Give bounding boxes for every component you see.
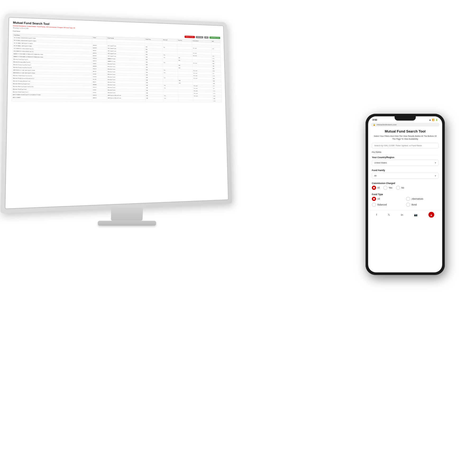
table-cell: N/A [145, 94, 163, 97]
phone-country-label: Your Country/Region [372, 156, 438, 159]
table-cell: GSCIX [92, 91, 107, 94]
commission-no-option[interactable]: No [396, 186, 404, 190]
phone-country-value: United States [374, 162, 387, 164]
phone-status-icons: ▲ 📶 🔋 [429, 119, 438, 121]
facebook-icon[interactable]: f [376, 213, 377, 216]
table-cell [178, 87, 193, 89]
fund-type-alternatives[interactable]: Alternatives [406, 197, 438, 201]
table-cell: N/A [212, 80, 221, 82]
commission-all-option[interactable]: All [372, 186, 380, 190]
table-cell: DWLJX [92, 94, 107, 97]
fund-type-balanced-label: Balanced [377, 203, 387, 206]
table-cell: 1.75 [213, 100, 222, 102]
monitor-body: Mutual Fund Search Tool Investor Residen… [1, 13, 232, 213]
commission-yes-option[interactable]: Yes [383, 186, 392, 190]
fund-type-balanced-radio[interactable] [372, 203, 376, 207]
table-cell: N/A [145, 92, 163, 94]
table-cell: 0.75 [212, 92, 222, 95]
fund-table: Fund Name Ticker Fund Family Trade Freq … [11, 34, 222, 103]
table-cell: 0.9 [212, 87, 222, 90]
table-cell: MQYX [92, 81, 107, 84]
phone-filters-label: FILTERS [372, 151, 438, 153]
phone-url-bar[interactable]: 🔒 interactivebrokers.com [371, 123, 440, 127]
phone-body: 3:52 ▲ 📶 🔋 🔒 interactivebrokers.com Mutu… [366, 114, 445, 275]
phone-fund-type-label: Fund Type [372, 193, 438, 196]
phone-url: interactivebrokers.com [377, 123, 396, 126]
fund-type-bond-radio[interactable] [406, 203, 410, 207]
phone-notch [395, 116, 416, 121]
commission-all-label: All [377, 186, 380, 189]
phone-fund-family-select[interactable]: All ▾ [372, 173, 438, 179]
table-cell: Yes [163, 97, 178, 100]
table-cell [163, 92, 178, 94]
sort-button[interactable]: Sort Order [196, 36, 203, 38]
instagram-icon[interactable]: 📷 [414, 213, 418, 217]
table-cell [163, 99, 178, 102]
phone-screen: 3:52 ▲ 📶 🔋 🔒 interactivebrokers.com Mutu… [368, 116, 442, 272]
table-cell [12, 99, 92, 102]
chevron-down-icon-2: ▾ [435, 174, 436, 177]
download-button[interactable]: Download to XLS [209, 36, 220, 39]
table-cell: GGLJX [92, 86, 107, 89]
monitor-screen: Mutual Fund Search Tool Investor Residen… [5, 17, 229, 209]
phone-main-title: Mutual Fund Search Tool [372, 129, 438, 133]
commission-yes-radio[interactable] [383, 186, 387, 190]
table-cell: 0.93 [212, 95, 222, 97]
phone-search-input[interactable] [372, 143, 438, 148]
fund-type-bond-label: Bond [412, 203, 417, 206]
table-cell [178, 100, 193, 102]
table-cell: No Load [193, 95, 213, 97]
table-cell: N/A [145, 86, 163, 89]
screen-content: Mutual Fund Search Tool Investor Residen… [7, 18, 225, 106]
fund-type-all-radio[interactable] [372, 197, 376, 201]
phone-content: Mutual Fund Search Tool Select Your Filt… [368, 127, 442, 209]
table-cell [145, 99, 163, 102]
table-cell: 0.9 [212, 85, 221, 87]
fund-type-bond[interactable]: Bond [406, 203, 438, 207]
table-cell: Yes [163, 87, 178, 89]
mobile-phone: 3:52 ▲ 📶 🔋 🔒 interactivebrokers.com Mutu… [366, 114, 447, 278]
linkedin-icon[interactable]: in [401, 213, 403, 216]
table-cell: ABRVX [92, 97, 107, 99]
scroll-to-top-button[interactable]: ▲ [428, 212, 434, 218]
phone-bottom-bar: f 𝕏 in 📷 ▲ [368, 210, 442, 219]
table-cell: N/A [213, 97, 222, 100]
phone-commission-radio-group: All Yes No [372, 186, 438, 190]
commission-no-radio[interactable] [396, 186, 400, 190]
desktop-monitor: Mutual Fund Search Tool Investor Residen… [8, 16, 246, 233]
table-cell: Yes [163, 84, 178, 87]
monitor-base [98, 221, 156, 226]
phone-description: Select Your Filters And Click The View R… [372, 135, 438, 140]
lock-icon: 🔒 [373, 123, 376, 126]
signal-icon: ▲ [429, 119, 431, 121]
commission-all-radio[interactable] [372, 186, 376, 190]
table-cell: Yes [163, 94, 178, 97]
phone-fund-family-label: Fund Family [372, 169, 438, 172]
phone-commission-label: Commission Charged [372, 182, 438, 185]
subtitle-value: United States [27, 25, 36, 27]
fund-type-all-label: All [377, 198, 380, 200]
fund-type-balanced[interactable]: Balanced [372, 203, 404, 207]
table-cell: No Load [193, 92, 213, 95]
table-cell [178, 92, 193, 95]
fund-type-alternatives-label: Alternatives [412, 198, 423, 200]
commission-no-label: No [401, 186, 404, 189]
chevron-down-icon: ▾ [435, 161, 436, 164]
commission-yes-label: Yes [389, 186, 392, 189]
phone-time: 3:52 [372, 118, 377, 121]
table-cell [163, 89, 178, 92]
table-cell: N/A [212, 82, 221, 85]
subtitle-label: Investor Residency: [13, 25, 27, 27]
table-cell [178, 97, 193, 100]
table-cell [178, 84, 193, 87]
edit-button[interactable]: Edit [204, 36, 208, 39]
refresh-button[interactable]: Refresh Results [185, 36, 195, 38]
table-cell [107, 99, 145, 102]
fund-type-alternatives-radio[interactable] [406, 197, 410, 201]
fund-name-label: Fund Name [13, 30, 20, 32]
table-cell [92, 99, 107, 102]
phone-country-select[interactable]: United States ▾ [372, 160, 438, 166]
fund-type-all[interactable]: All [372, 197, 404, 201]
table-cell: 0.75 [212, 90, 222, 92]
twitter-icon[interactable]: 𝕏 [388, 213, 390, 217]
